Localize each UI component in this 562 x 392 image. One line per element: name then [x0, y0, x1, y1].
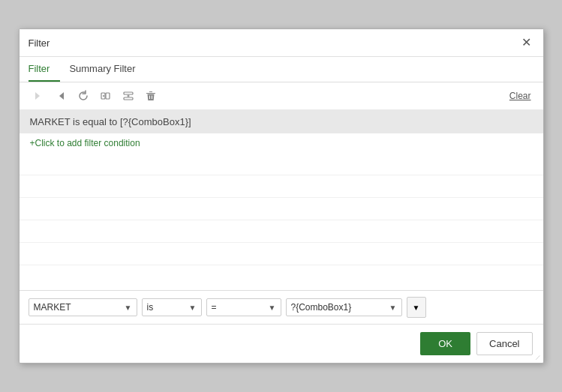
filter-condition[interactable]: MARKET is equal to [?{ComboBox1}] — [20, 110, 543, 133]
refresh-button[interactable] — [74, 87, 93, 105]
empty-row-4 — [20, 220, 543, 243]
field-chevron-icon: ▼ — [125, 304, 132, 312]
dialog-footer: OK Cancel — [20, 324, 543, 363]
dialog-title: Filter — [29, 37, 50, 49]
svg-rect-1 — [106, 93, 110, 99]
tab-filter[interactable]: Filter — [29, 57, 61, 82]
field-value: MARKET — [34, 302, 71, 313]
value-extra-button[interactable]: ▼ — [407, 297, 426, 318]
forward-button[interactable] — [29, 87, 48, 105]
value-chevron-icon: ▼ — [389, 304, 397, 312]
add-field-button[interactable] — [96, 87, 116, 105]
comparison-value: = — [212, 302, 217, 313]
value-selector[interactable]: ?{ComboBox1} ▼ — [286, 298, 402, 316]
resize-handle[interactable]: ⟋ — [534, 353, 542, 361]
value-text: ?{ComboBox1} — [291, 302, 352, 313]
operator-value: is — [147, 302, 154, 313]
filter-dialog: Filter ✕ Filter Summary Filter Clear MAR… — [19, 28, 544, 364]
empty-row-5 — [20, 243, 543, 265]
comparison-chevron-icon: ▼ — [269, 304, 276, 312]
svg-rect-5 — [124, 97, 133, 100]
value-extra-icon: ▼ — [413, 304, 420, 312]
tab-bar: Filter Summary Filter — [20, 57, 543, 82]
add-condition-button[interactable] — [119, 87, 138, 105]
tab-summary-filter[interactable]: Summary Filter — [69, 57, 146, 82]
filter-body: MARKET is equal to [?{ComboBox1}] +Click… — [20, 110, 543, 290]
clear-button[interactable]: Clear — [506, 89, 534, 103]
empty-area — [20, 153, 543, 265]
empty-row-1 — [20, 153, 543, 175]
filter-toolbar: Clear — [20, 82, 543, 110]
empty-row-2 — [20, 175, 543, 198]
delete-button[interactable] — [141, 87, 161, 105]
empty-row-3 — [20, 198, 543, 220]
ok-button[interactable]: OK — [420, 332, 470, 355]
operator-chevron-icon: ▼ — [189, 304, 197, 312]
close-button[interactable]: ✕ — [518, 35, 534, 50]
filter-editor: MARKET ▼ is ▼ = ▼ ?{ComboBox1} ▼ ▼ — [20, 290, 543, 324]
cancel-button[interactable]: Cancel — [476, 332, 532, 355]
add-filter-condition[interactable]: +Click to add filter condition — [20, 133, 543, 153]
svg-rect-4 — [124, 92, 133, 94]
title-bar: Filter ✕ — [20, 29, 543, 57]
field-selector[interactable]: MARKET ▼ — [29, 298, 137, 316]
comparison-selector[interactable]: = ▼ — [206, 298, 281, 316]
backward-button[interactable] — [51, 87, 71, 105]
operator-selector[interactable]: is ▼ — [142, 298, 202, 316]
